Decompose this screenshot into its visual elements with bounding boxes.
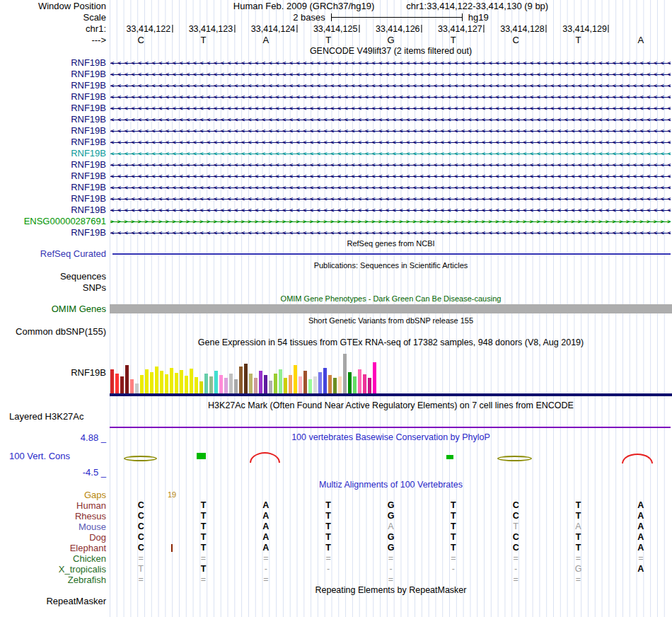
h3k27ac-label[interactable]: Layered H3K27Ac	[0, 411, 110, 422]
gene-label[interactable]: RNF19B	[0, 227, 110, 238]
phylop-track-title[interactable]: 100 vertebrates Basewise Conservation by…	[291, 432, 490, 442]
gene-row[interactable]: RNF19B<<<<<<<<<<<<<<<<<<<<<<<<<<<<<<<<<<…	[0, 69, 672, 80]
gene-body[interactable]: <<<<<<<<<<<<<<<<<<<<<<<<<<<<<<<<<<<<<<<<…	[110, 193, 672, 204]
gene-body[interactable]: <<<<<<<<<<<<<<<<<<<<<<<<<<<<<<<<<<<<<<<<…	[110, 125, 672, 137]
species-label[interactable]: Dog	[0, 532, 110, 543]
gene-label[interactable]: RNF19B	[0, 57, 110, 69]
gtex-track-title[interactable]: Gene Expression in 54 tissues from GTEx …	[198, 338, 584, 347]
gtex-expression-bar	[338, 376, 342, 393]
gene-body[interactable]: <<<<<<<<<<<<<<<<<<<<<<<<<<<<<<<<<<<<<<<<…	[110, 114, 672, 125]
dbsnp-label[interactable]: Common dbSNP(155)	[0, 326, 110, 337]
gene-label[interactable]: RNF19B	[0, 171, 110, 182]
dbsnp-track-title[interactable]: Short Genetic Variants from dbSNP releas…	[308, 316, 473, 325]
gene-body[interactable]: <<<<<<<<<<<<<<<<<<<<<<<<<<<<<<<<<<<<<<<<…	[110, 103, 672, 114]
gene-row[interactable]: ENSG00000287691>>>>>>>>>>>>>>>>>>>>>>>>>…	[0, 216, 672, 227]
gene-row[interactable]: RNF19B<<<<<<<<<<<<<<<<<<<<<<<<<<<<<<<<<<…	[0, 103, 672, 114]
gene-label[interactable]: RNF19B	[0, 182, 110, 193]
alignment-base: T	[172, 521, 234, 532]
gene-label[interactable]: RNF19B	[0, 148, 110, 159]
omim-genes-bar[interactable]	[110, 304, 672, 313]
gene-row[interactable]: RNF19B<<<<<<<<<<<<<<<<<<<<<<<<<<<<<<<<<<…	[0, 80, 672, 91]
alignment-base: C	[110, 532, 172, 543]
omim-track-title[interactable]: OMIM Gene Phenotypes - Dark Green Can Be…	[281, 294, 502, 303]
alignment-base: T	[547, 532, 609, 543]
refseq-curated-row: RefSeq Curated	[0, 248, 672, 259]
alignment-base: A	[610, 532, 672, 543]
gene-label[interactable]: RNF19B	[0, 137, 110, 148]
gene-row[interactable]: RNF19B<<<<<<<<<<<<<<<<<<<<<<<<<<<<<<<<<<…	[0, 57, 672, 69]
gene-body[interactable]: <<<<<<<<<<<<<<<<<<<<<<<<<<<<<<<<<<<<<<<<…	[110, 159, 672, 171]
alignment-base: =	[547, 553, 609, 564]
species-label[interactable]: Mouse	[0, 521, 110, 532]
gene-row[interactable]: RNF19B<<<<<<<<<<<<<<<<<<<<<<<<<<<<<<<<<<…	[0, 182, 672, 193]
gene-label[interactable]: ENSG00000287691	[0, 216, 110, 227]
gene-body[interactable]: <<<<<<<<<<<<<<<<<<<<<<<<<<<<<<<<<<<<<<<<…	[110, 182, 672, 193]
gene-body[interactable]: <<<<<<<<<<<<<<<<<<<<<<<<<<<<<<<<<<<<<<<<…	[110, 80, 672, 91]
species-label[interactable]: Chicken	[0, 553, 110, 564]
gene-body[interactable]: <<<<<<<<<<<<<<<<<<<<<<<<<<<<<<<<<<<<<<<<…	[110, 57, 672, 69]
species-label[interactable]: Human	[0, 500, 110, 511]
gene-row[interactable]: RNF19B<<<<<<<<<<<<<<<<<<<<<<<<<<<<<<<<<<…	[0, 148, 672, 159]
gene-body[interactable]: <<<<<<<<<<<<<<<<<<<<<<<<<<<<<<<<<<<<<<<<…	[110, 171, 672, 182]
refseq-track-title[interactable]: RefSeq genes from NCBI	[347, 239, 434, 248]
species-label[interactable]: X_tropicalis	[0, 564, 110, 575]
phylop-track-label[interactable]: 100 Vert. Cons	[0, 451, 110, 461]
gene-label[interactable]: RNF19B	[0, 80, 110, 91]
alignment-base: T	[547, 543, 609, 553]
alignment-base: =	[359, 553, 422, 564]
gene-body[interactable]: >>>>>>>>>>>>>>>>>>>>>>>>>>>>>>>>>>>>>>>>…	[110, 216, 672, 227]
gtex-expression-bar	[274, 374, 277, 393]
gene-label[interactable]: RNF19B	[0, 193, 110, 204]
alignment-base: A	[359, 521, 422, 532]
scale-row: Scale 2 bases hg19	[0, 12, 672, 23]
reference-base: T	[547, 35, 609, 45]
gaps-label[interactable]: Gaps	[0, 490, 110, 500]
snps-label[interactable]: SNPs	[0, 282, 110, 293]
gene-row[interactable]: RNF19B<<<<<<<<<<<<<<<<<<<<<<<<<<<<<<<<<<…	[0, 193, 672, 204]
gtex-chart-body[interactable]	[110, 348, 672, 396]
phylop-min-row: -4.5 _	[0, 468, 672, 477]
gtex-expression-bar	[269, 381, 272, 393]
gene-label[interactable]: RNF19B	[0, 91, 110, 103]
refseq-track-line[interactable]	[112, 253, 671, 255]
coordinate-tick	[234, 25, 235, 33]
alignment-base: G	[359, 511, 422, 521]
gtex-gene-label[interactable]: RNF19B	[0, 367, 110, 378]
gencode-track-title[interactable]: GENCODE V49lift37 (2 items filtered out)	[310, 46, 472, 56]
publications-track-title[interactable]: Publications: Sequences in Scientific Ar…	[314, 261, 468, 270]
gene-label[interactable]: RNF19B	[0, 114, 110, 125]
gene-row[interactable]: RNF19B<<<<<<<<<<<<<<<<<<<<<<<<<<<<<<<<<<…	[0, 114, 672, 125]
gene-label[interactable]: RNF19B	[0, 69, 110, 80]
species-label[interactable]: Elephant	[0, 543, 110, 553]
gtex-chart-row: RNF19B	[0, 348, 672, 396]
omim-genes-label[interactable]: OMIM Genes	[0, 304, 110, 314]
gene-body[interactable]: <<<<<<<<<<<<<<<<<<<<<<<<<<<<<<<<<<<<<<<<…	[110, 204, 672, 216]
multiz-track-title[interactable]: Multiz Alignments of 100 Vertebrates	[319, 480, 463, 490]
gene-body[interactable]: <<<<<<<<<<<<<<<<<<<<<<<<<<<<<<<<<<<<<<<<…	[110, 69, 672, 80]
phylop-wiggle-area[interactable]	[110, 444, 672, 467]
gene-row[interactable]: RNF19B<<<<<<<<<<<<<<<<<<<<<<<<<<<<<<<<<<…	[0, 171, 672, 182]
sequences-label[interactable]: Sequences	[0, 271, 110, 282]
gene-row[interactable]: RNF19B<<<<<<<<<<<<<<<<<<<<<<<<<<<<<<<<<<…	[0, 91, 672, 103]
gene-label[interactable]: RNF19B	[0, 159, 110, 171]
gene-row[interactable]: RNF19B<<<<<<<<<<<<<<<<<<<<<<<<<<<<<<<<<<…	[0, 159, 672, 171]
gene-body[interactable]: <<<<<<<<<<<<<<<<<<<<<<<<<<<<<<<<<<<<<<<<…	[110, 227, 672, 238]
refseq-curated-label[interactable]: RefSeq Curated	[0, 248, 110, 259]
gene-body[interactable]: <<<<<<<<<<<<<<<<<<<<<<<<<<<<<<<<<<<<<<<<…	[110, 137, 672, 148]
gene-label[interactable]: RNF19B	[0, 103, 110, 114]
gene-label[interactable]: RNF19B	[0, 125, 110, 137]
h3k27ac-track-title[interactable]: H3K27Ac Mark (Often Found Near Active Re…	[208, 400, 574, 410]
gene-row[interactable]: RNF19B<<<<<<<<<<<<<<<<<<<<<<<<<<<<<<<<<<…	[0, 227, 672, 238]
insertion-tick	[171, 544, 173, 552]
gene-body[interactable]: <<<<<<<<<<<<<<<<<<<<<<<<<<<<<<<<<<<<<<<<…	[110, 91, 672, 103]
species-label[interactable]: Rhesus	[0, 511, 110, 521]
repeatmasker-label[interactable]: RepeatMasker	[0, 596, 110, 606]
gene-label[interactable]: RNF19B	[0, 204, 110, 216]
coordinate-tick	[608, 25, 609, 33]
gene-row[interactable]: RNF19B<<<<<<<<<<<<<<<<<<<<<<<<<<<<<<<<<<…	[0, 137, 672, 148]
gene-body[interactable]: <<<<<<<<<<<<<<<<<<<<<<<<<<<<<<<<<<<<<<<<…	[110, 148, 672, 159]
repeatmasker-track-title[interactable]: Repeating Elements by RepeatMasker	[315, 585, 466, 595]
gene-row[interactable]: RNF19B<<<<<<<<<<<<<<<<<<<<<<<<<<<<<<<<<<…	[0, 204, 672, 216]
gene-row[interactable]: RNF19B<<<<<<<<<<<<<<<<<<<<<<<<<<<<<<<<<<…	[0, 125, 672, 137]
species-label[interactable]: Zebrafish	[0, 575, 110, 585]
